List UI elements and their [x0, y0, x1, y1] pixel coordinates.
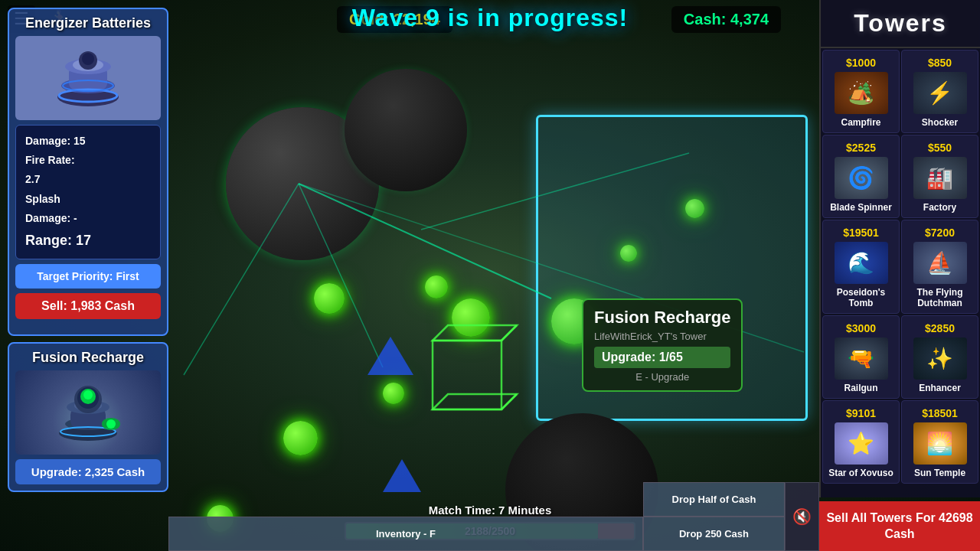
tooltip-upgrade: Upgrade: 1/65 [594, 347, 730, 368]
tower-price: $3000 [828, 322, 894, 334]
tower-shop-name: Blade Spinner [828, 202, 894, 213]
tower-shop-item-campfire[interactable]: $1000 🏕️ Campfire [822, 50, 900, 133]
match-timer: Match Time: 7 Minutes [429, 504, 552, 517]
game-orb [452, 298, 490, 337]
tower-shop-image: 🌅 [913, 422, 967, 465]
wireframe-box [429, 321, 521, 421]
splash-damage: Damage: - [25, 209, 151, 228]
fire-rate-val: 2.7 [25, 170, 151, 189]
fusion-tower-image [15, 370, 161, 455]
tower-shop-name: Enhancer [906, 383, 973, 393]
tower-sphere-2 [345, 69, 467, 191]
svg-rect-5 [433, 341, 501, 409]
energizer-svg [54, 44, 122, 112]
sell-tower-button[interactable]: Sell: 1,983 Cash [15, 293, 161, 319]
fire-rate-label: Fire Rate: [25, 151, 151, 170]
upgrade-tower-button[interactable]: Upgrade: 2,325 Cash [15, 459, 161, 484]
tower-shop-image: ⚡ [913, 72, 967, 114]
tower-shop-name: Factory [906, 202, 973, 213]
tower-price: $18501 [906, 407, 973, 419]
tooltip-owner: LifeWithErick_YT's Tower [594, 331, 730, 342]
tower-shop-item-enhancer[interactable]: $2850 ✨ Enhancer [901, 315, 978, 399]
tower-shop-name: Sun Temple [906, 468, 973, 478]
tower-shop-item-sun-temple[interactable]: $18501 🌅 Sun Temple [901, 400, 978, 484]
tower-shop-item-poseidon's-tomb[interactable]: $19501 🌊 Poseidon's Tomb [822, 220, 900, 314]
directional-arrow [368, 337, 413, 383]
damage-stat: Damage: 15 [25, 132, 151, 151]
svg-marker-10 [368, 337, 413, 375]
tower-shop-item-factory[interactable]: $550 🏭 Factory [901, 135, 978, 218]
tower-shop-image: 🌊 [835, 242, 888, 284]
tower-stats: Damage: 15 Fire Rate: 2.7 Splash Damage:… [15, 125, 161, 259]
inventory-button[interactable]: Inventory - F [168, 517, 643, 551]
svg-point-32 [106, 419, 116, 429]
tower-price: $1000 [828, 57, 894, 69]
tower-shop-name: Railgun [828, 383, 894, 393]
range-stat: Range: 17 [25, 228, 151, 253]
tower-price: $7200 [906, 227, 973, 239]
tower-price: $550 [906, 142, 973, 154]
fusion-svg [54, 378, 122, 447]
svg-point-29 [83, 390, 93, 399]
game-orb [314, 283, 345, 314]
tower-shop-image: 🌀 [835, 157, 888, 199]
towers-header: Towers [821, 0, 980, 48]
tower-shop-image: 🏕️ [835, 72, 888, 114]
fusion-tower-name: Fusion Recharge [15, 350, 161, 366]
svg-marker-9 [433, 394, 517, 409]
game-orb [383, 383, 404, 404]
tower-shop-item-shocker[interactable]: $850 ⚡ Shocker [901, 50, 978, 133]
svg-line-8 [501, 394, 517, 409]
svg-line-7 [501, 325, 517, 341]
tower-shop-item-blade-spinner[interactable]: $2525 🌀 Blade Spinner [822, 135, 900, 218]
game-orb [283, 421, 318, 455]
splash-label: Splash [25, 190, 151, 209]
tower-shop-image: ⭐ [835, 422, 888, 465]
tooltip-key-hint: E - Upgrade [594, 371, 730, 383]
tower-shop-name: Poseidon's Tomb [828, 287, 894, 308]
tower-shop-name: Campfire [828, 117, 894, 128]
tower-shop-image: 🏭 [913, 157, 967, 199]
tower-shop-image: ✨ [913, 337, 967, 380]
tower-price: $9101 [828, 407, 894, 419]
game-orb [425, 276, 448, 298]
selected-tower-name: Energizer Batteries [15, 15, 161, 31]
tower-shop-name: Shocker [906, 117, 973, 128]
tower-shop-image: 🔫 [835, 337, 888, 380]
selected-tower-image [15, 36, 161, 120]
tower-price: $2525 [828, 142, 894, 154]
towers-title: Towers [830, 9, 971, 37]
drop-half-cash-button[interactable]: Drop Half of Cash [643, 482, 785, 517]
target-priority-button[interactable]: Target Priority: First [15, 264, 161, 289]
sell-all-towers-button[interactable]: Sell All Towers For 42698 Cash [819, 501, 980, 551]
cash-display: Cash: 4,374 [671, 6, 781, 33]
tower-shop-item-the-flying-dutchman[interactable]: $7200 ⛵ The Flying Dutchman [901, 220, 978, 314]
fusion-tooltip: Fusion Recharge LifeWithErick_YT's Tower… [582, 298, 743, 392]
fusion-tower-card: Fusion Recharge Upgrade: 2,325 Cash [8, 342, 168, 492]
selected-tower-card: Energizer Batteries Damage: 15 Fire Rate… [8, 8, 168, 336]
tower-shop-item-star-of-xovuso[interactable]: $9101 ⭐ Star of Xovuso [822, 400, 900, 484]
tooltip-title: Fusion Recharge [594, 308, 730, 328]
tower-shop-item-railgun[interactable]: $3000 🔫 Railgun [822, 315, 900, 399]
tower-shop-name: The Flying Dutchman [906, 287, 973, 308]
svg-point-18 [82, 53, 94, 65]
left-panel: Energizer Batteries Damage: 15 Fire Rate… [8, 8, 168, 492]
tower-price: $850 [906, 57, 973, 69]
wave-banner: Wave 9 is in progress! [352, 4, 628, 32]
tower-shop-image: ⛵ [913, 242, 967, 284]
tower-price: $2850 [906, 322, 973, 334]
towers-panel: Towers $1000 🏕️ Campfire $850 ⚡ Shocker … [819, 0, 980, 497]
towers-grid: $1000 🏕️ Campfire $850 ⚡ Shocker $2525 🌀… [821, 48, 980, 485]
tower-price: $19501 [828, 227, 894, 239]
tower-shop-name: Star of Xovuso [828, 468, 894, 478]
